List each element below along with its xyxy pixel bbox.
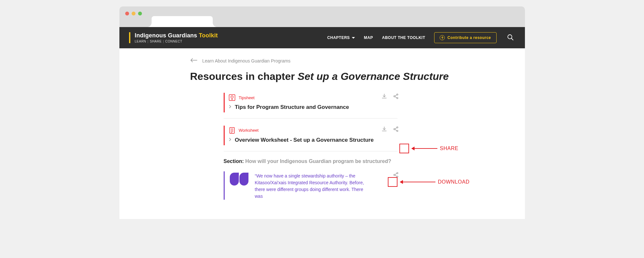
svg-line-24 [395,173,397,175]
svg-point-6 [394,96,395,97]
brand-name: Indigenous Guardians [135,32,199,39]
section-heading: Section: How will your Indigenous Guardi… [224,158,397,164]
resource-item-worksheet: Worksheet Overview Worksheet - Set up a … [224,126,397,145]
brand-tagline: LEARN|SHARE|CONNECT [135,40,218,43]
svg-line-1 [511,38,513,40]
search-button[interactable] [506,33,515,43]
quote-text: “We now have a single stewardship author… [255,173,364,200]
svg-point-22 [397,172,398,174]
svg-point-8 [397,97,398,99]
share-button[interactable] [392,126,399,133]
lightbulb-icon [229,94,236,101]
close-window-icon[interactable] [125,12,129,15]
primary-nav: CHAPTERS MAP ABOUT THE TOOLKIT Contribut… [327,32,515,43]
nav-about[interactable]: ABOUT THE TOOLKIT [382,35,425,40]
page-content: Learn About Indigenous Guardian Programs… [119,48,525,219]
svg-point-3 [231,96,233,98]
search-icon [507,34,514,41]
minimize-window-icon[interactable] [132,12,135,15]
browser-tab[interactable] [152,16,213,27]
svg-point-21 [394,174,395,176]
chevron-right-icon[interactable] [229,137,232,142]
svg-point-23 [397,176,398,177]
svg-point-17 [397,127,398,128]
resource-list: Tipsheet Tips for Program Structure and … [224,93,397,200]
breadcrumb-label: Learn About Indigenous Guardian Programs [202,58,291,63]
arrow-left-icon [190,58,197,63]
site-header: Indigenous Guardians Toolkit LEARN|SHARE… [119,27,525,48]
maximize-window-icon[interactable] [138,12,142,15]
upload-icon [440,35,445,40]
brand[interactable]: Indigenous Guardians Toolkit LEARN|SHARE… [129,32,218,43]
svg-line-10 [395,97,397,98]
divider [224,118,397,119]
document-icon [229,127,236,134]
download-button[interactable] [381,93,388,100]
resource-title[interactable]: Overview Worksheet - Set up a Governance… [235,137,374,144]
divider [224,151,397,151]
chevron-down-icon [352,37,355,39]
page-title: Resources in chapter Set up a Governance… [190,71,454,82]
quote-icon [230,173,248,200]
svg-line-9 [395,95,397,96]
brand-accent: Toolkit [199,32,218,39]
window-controls [125,12,142,15]
browser-window: Indigenous Guardians Toolkit LEARN|SHARE… [119,6,525,219]
breadcrumb-back[interactable]: Learn About Indigenous Guardian Programs [190,58,454,63]
nav-map[interactable]: MAP [364,35,373,40]
svg-line-19 [395,128,397,129]
nav-chapters[interactable]: CHAPTERS [327,35,355,40]
svg-line-25 [395,175,397,177]
resource-title[interactable]: Tips for Program Structure and Governanc… [235,104,349,111]
contribute-button[interactable]: Contribute a resource [434,32,496,43]
share-button[interactable] [392,93,399,100]
download-button[interactable] [381,126,388,133]
svg-point-18 [397,130,398,131]
resource-type: Tipsheet [239,95,255,100]
share-button[interactable] [392,171,399,178]
resource-item-tipsheet: Tipsheet Tips for Program Structure and … [224,93,397,112]
resource-item-quote: “We now have a single stewardship author… [224,171,397,200]
svg-point-7 [397,94,398,95]
browser-chrome [119,6,525,27]
svg-line-20 [395,129,397,131]
chevron-right-icon[interactable] [229,104,232,110]
resource-type: Worksheet [239,128,259,133]
svg-point-16 [394,129,395,130]
